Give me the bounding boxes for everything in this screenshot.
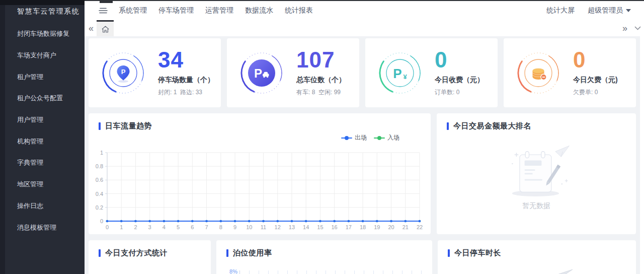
stat-value: 0: [435, 49, 484, 71]
parking-yuan-icon: P ¥: [377, 50, 423, 96]
svg-text:P: P: [393, 66, 401, 81]
nav-item-system[interactable]: 系统管理: [119, 6, 147, 15]
app-title: 智慧车云管理系统: [17, 7, 79, 16]
svg-text:17: 17: [346, 224, 352, 230]
sidebar-item-msg-template[interactable]: 消息模板管理: [0, 217, 85, 238]
nav-item-dataflow[interactable]: 数据流水: [245, 6, 273, 15]
sidebar-item-tenant-wechat[interactable]: 租户公众号配置: [0, 88, 85, 109]
svg-text:3: 3: [148, 224, 151, 230]
title-accent-bar: [99, 249, 101, 257]
empty-text: 暂无数据: [437, 201, 636, 211]
empty-state: 暂无数据: [437, 143, 636, 211]
stat-label: 今日欠费（元): [573, 76, 618, 85]
svg-text:0.8: 0.8: [96, 163, 103, 169]
occupancy-rate-card: 泊位使用率 8%: [216, 240, 432, 274]
tags-menu-chevron-icon[interactable]: [634, 26, 641, 30]
svg-text:22: 22: [417, 224, 423, 230]
scrollbar-track[interactable]: [640, 36, 644, 274]
home-tab[interactable]: [97, 20, 114, 36]
svg-text:0: 0: [106, 224, 109, 230]
chart-grid: [239, 270, 430, 274]
svg-text:11: 11: [261, 224, 266, 230]
home-icon: [102, 26, 109, 33]
collapse-menu-icon[interactable]: [99, 7, 108, 14]
panel-title: 今日支付方式统计: [105, 248, 168, 258]
coins-icon: [516, 50, 561, 96]
tags-bar-right: »: [622, 20, 641, 36]
panel-title: 今日停车时长: [454, 248, 501, 258]
nav-item-operation[interactable]: 运营管理: [205, 6, 233, 15]
title-accent-bar: [448, 249, 450, 257]
svg-text:2: 2: [134, 224, 137, 230]
sidebar-item-data-repair[interactable]: 封闭车场数据修复: [0, 23, 85, 45]
legend-item[interactable]: 入场: [374, 133, 399, 142]
nav-item-report[interactable]: 统计报表: [285, 6, 313, 15]
stat-label: 今日收费（元）: [435, 76, 484, 85]
sidebar-item-user[interactable]: 用户管理: [0, 109, 85, 131]
svg-text:14: 14: [303, 224, 309, 230]
sidebar-item-pay-merchant[interactable]: 车场支付商户: [0, 45, 85, 66]
payment-method-card: 今日支付方式统计: [89, 240, 211, 274]
title-accent-bar: [99, 122, 101, 130]
tags-scroll-right-icon[interactable]: »: [622, 23, 626, 34]
stat-value: 34: [158, 49, 214, 71]
svg-text:21: 21: [403, 224, 409, 230]
panel-title: 日车流量趋势: [105, 121, 152, 131]
svg-text:P: P: [254, 66, 262, 80]
svg-text:4: 4: [163, 224, 166, 230]
svg-text:12: 12: [275, 224, 281, 230]
chevron-down-icon: [626, 9, 631, 12]
stat-card-parking-count: P 34 停车场数量（个） 封闭: 1 路边: 33: [89, 38, 221, 107]
top-navbar: 系统管理 停车场管理 运营管理 数据流水 统计报表 统计大屏 超级管理员: [85, 0, 644, 20]
stat-value: 107: [296, 49, 346, 71]
user-dropdown[interactable]: 超级管理员: [588, 6, 631, 15]
sidebar-menu: 封闭车场数据修复 车场支付商户 租户管理 租户公众号配置 用户管理 机构管理 字…: [0, 23, 85, 238]
svg-text:¥: ¥: [403, 73, 407, 81]
stat-sub: 欠费单: 0: [573, 88, 618, 97]
svg-text:19: 19: [374, 224, 380, 230]
traffic-line-chart: 00.20.40.60.8101234567891011121314151617…: [89, 150, 431, 234]
svg-text:1: 1: [100, 150, 103, 156]
svg-text:0: 0: [100, 218, 103, 224]
sidebar-item-oplog[interactable]: 操作日志: [0, 195, 85, 217]
tags-scroll-left-icon[interactable]: «: [85, 23, 97, 34]
svg-text:6: 6: [191, 224, 194, 230]
chart-legend: 出场入场: [341, 133, 399, 142]
svg-text:18: 18: [360, 224, 366, 230]
svg-text:0.4: 0.4: [96, 191, 103, 197]
top-menu: 系统管理 停车场管理 运营管理 数据流水 统计报表: [119, 6, 313, 15]
sidebar: 智慧车云管理系统 封闭车场数据修复 车场支付商户 租户管理 租户公众号配置 用户…: [0, 0, 85, 274]
panel-title: 泊位使用率: [233, 248, 272, 258]
svg-text:P: P: [121, 67, 126, 75]
svg-text:20: 20: [388, 224, 394, 230]
svg-text:15: 15: [317, 224, 323, 230]
svg-text:5: 5: [177, 224, 180, 230]
sidebar-item-dict[interactable]: 字典管理: [0, 152, 85, 174]
nav-item-parking[interactable]: 停车场管理: [158, 6, 194, 15]
tags-bar: « »: [85, 20, 644, 36]
panel-title: 今日交易金额最大排名: [453, 121, 531, 131]
stat-label: 停车场数量（个）: [158, 76, 214, 85]
y-axis-tick: 8%: [226, 268, 239, 274]
svg-text:9: 9: [233, 224, 236, 230]
parking-pin-icon: P: [101, 50, 146, 96]
svg-text:16: 16: [332, 224, 338, 230]
svg-text:0.2: 0.2: [96, 204, 103, 211]
stat-label: 总车位数（个）: [296, 76, 346, 85]
sidebar-item-org[interactable]: 机构管理: [0, 130, 85, 152]
stat-sub: 订单数: 0: [435, 88, 484, 97]
title-accent-bar: [226, 249, 228, 257]
user-name: 超级管理员: [588, 6, 623, 15]
navbar-right: 统计大屏 超级管理员: [546, 6, 644, 15]
svg-text:1: 1: [120, 224, 123, 230]
title-accent-bar: [447, 122, 449, 130]
paper-plane-icon: [556, 268, 574, 274]
sidebar-item-tenant[interactable]: 租户管理: [0, 66, 85, 88]
stat-value: 0: [573, 49, 618, 71]
sidebar-item-region[interactable]: 地区管理: [0, 174, 85, 195]
stat-card-today-arrears: 0 今日欠费（元) 欠费单: 0: [504, 38, 636, 107]
sidebar-top-strip: [0, 0, 85, 5]
svg-text:13: 13: [289, 224, 295, 230]
stat-screen-link[interactable]: 统计大屏: [546, 6, 575, 15]
legend-item[interactable]: 出场: [341, 133, 367, 142]
